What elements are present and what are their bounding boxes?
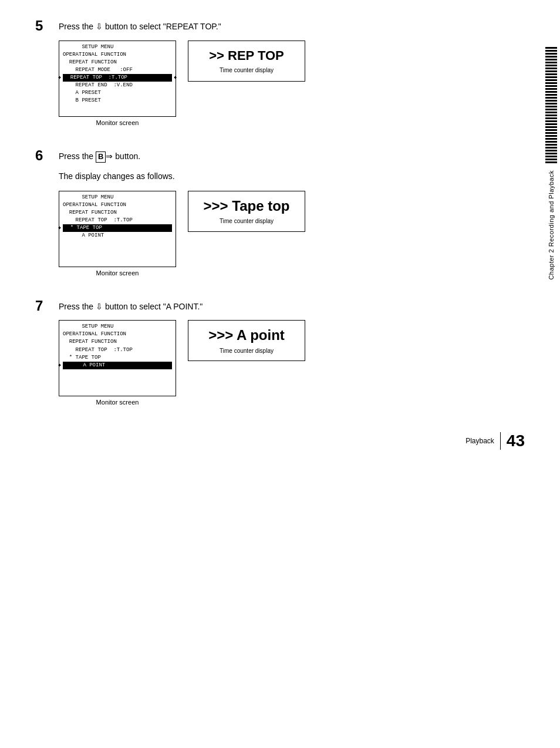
monitor-line: SETUP MENU bbox=[63, 43, 172, 51]
monitor-line: REPEAT FUNCTION bbox=[63, 209, 172, 217]
monitor-line: SETUP MENU bbox=[63, 194, 172, 201]
down-arrow-icon-7: ⇩ bbox=[96, 302, 103, 311]
step-6-instruction: Press the B⇒ button. bbox=[59, 147, 140, 163]
step-7-display: >>> A point Time counter display bbox=[188, 320, 305, 361]
step-6-monitor-wrapper: SETUP MENU OPERATIONAL FUNCTION REPEAT F… bbox=[59, 191, 176, 277]
step-6-display: >>> Tape top Time counter display bbox=[188, 191, 305, 232]
monitor-line: REPEAT FUNCTION bbox=[63, 338, 172, 346]
monitor-line: SETUP MENU bbox=[63, 323, 172, 331]
monitor-line: REPEAT MODE :OFF bbox=[63, 66, 172, 74]
step-6-diagram: SETUP MENU OPERATIONAL FUNCTION REPEAT F… bbox=[59, 191, 525, 277]
monitor-line: OPERATIONAL FUNCTION bbox=[63, 331, 172, 338]
step-5-display-main: >> REP TOP bbox=[209, 48, 284, 63]
step-7-header: 7 Press the ⇩ button to select "A POINT.… bbox=[35, 298, 525, 315]
step-7-monitor-wrapper: SETUP MENU OPERATIONAL FUNCTION REPEAT F… bbox=[59, 320, 176, 406]
step-6-monitor-caption: Monitor screen bbox=[59, 269, 176, 277]
step-6-section: 6 Press the B⇒ button. The display chang… bbox=[35, 147, 525, 277]
step-6-monitor: SETUP MENU OPERATIONAL FUNCTION REPEAT F… bbox=[59, 191, 176, 267]
monitor-line: REPEAT FUNCTION bbox=[63, 59, 172, 66]
step-5-diagram: SETUP MENU OPERATIONAL FUNCTION REPEAT F… bbox=[59, 41, 525, 126]
footer-page-number: 43 bbox=[507, 432, 525, 450]
step-6-number: 6 bbox=[35, 147, 52, 164]
page-content: 5 Press the ⇩ button to select "REPEAT T… bbox=[0, 0, 560, 462]
step-7-diagram: SETUP MENU OPERATIONAL FUNCTION REPEAT F… bbox=[59, 320, 525, 406]
step-6-header: 6 Press the B⇒ button. bbox=[35, 147, 525, 164]
step-6-display-main: >>> Tape top bbox=[204, 198, 290, 215]
step-5-display: >> REP TOP Time counter display bbox=[188, 41, 305, 82]
monitor-line-highlighted: A POINT bbox=[63, 362, 172, 369]
monitor-row-container: ◆ * TAPE TOP bbox=[63, 224, 172, 232]
footer-label: Playback bbox=[465, 437, 494, 445]
monitor-line: A PRESET bbox=[63, 89, 172, 97]
monitor-line-highlighted: * TAPE TOP bbox=[63, 224, 172, 232]
step-7-display-sub: Time counter display bbox=[220, 348, 274, 354]
step-5-instruction: Press the ⇩ button to select "REPEAT TOP… bbox=[59, 18, 221, 33]
sidebar-chapter-text: Chapter 2 Recording and Playback bbox=[548, 170, 555, 280]
right-arrow-icon: ◆ bbox=[174, 75, 177, 80]
step-6-display-sub: Time counter display bbox=[220, 218, 274, 224]
step-5-header: 5 Press the ⇩ button to select "REPEAT T… bbox=[35, 18, 525, 35]
monitor-line: OPERATIONAL FUNCTION bbox=[63, 201, 172, 209]
monitor-line: B PRESET bbox=[63, 97, 172, 105]
b-button-icon: B bbox=[96, 151, 106, 163]
step-7-number: 7 bbox=[35, 298, 52, 315]
down-arrow-icon-5: ⇩ bbox=[96, 22, 103, 31]
monitor-line-highlighted: REPEAT TOP :T.TOP bbox=[63, 74, 172, 82]
sidebar-stripes bbox=[545, 47, 557, 164]
step-7-monitor: SETUP MENU OPERATIONAL FUNCTION REPEAT F… bbox=[59, 320, 176, 396]
monitor-line: OPERATIONAL FUNCTION bbox=[63, 51, 172, 59]
step-7-section: 7 Press the ⇩ button to select "A POINT.… bbox=[35, 298, 525, 406]
left-arrow-icon: ◆ bbox=[58, 75, 61, 80]
monitor-line: REPEAT TOP :T.TOP bbox=[63, 217, 172, 224]
step-6-subtext: The display changes as follows. bbox=[59, 170, 525, 183]
step-5-number: 5 bbox=[35, 18, 52, 35]
step-5-display-sub: Time counter display bbox=[220, 67, 274, 73]
step-5-monitor: SETUP MENU OPERATIONAL FUNCTION REPEAT F… bbox=[59, 41, 176, 117]
monitor-line: * TAPE TOP bbox=[63, 354, 172, 362]
monitor-row-container: ◆ REPEAT TOP :T.TOP ◆ bbox=[63, 74, 172, 82]
step-5-section: 5 Press the ⇩ button to select "REPEAT T… bbox=[35, 18, 525, 126]
monitor-line: A POINT bbox=[63, 232, 172, 240]
step-5-monitor-wrapper: SETUP MENU OPERATIONAL FUNCTION REPEAT F… bbox=[59, 41, 176, 126]
footer-divider bbox=[500, 432, 501, 450]
left-arrow-icon: ◆ bbox=[58, 225, 61, 230]
step-7-monitor-caption: Monitor screen bbox=[59, 399, 176, 406]
page-footer: Playback 43 bbox=[465, 432, 525, 450]
step-5-monitor-caption: Monitor screen bbox=[59, 119, 176, 126]
monitor-line: REPEAT END :V.END bbox=[63, 82, 172, 89]
sidebar: Chapter 2 Recording and Playback bbox=[542, 0, 560, 748]
step-7-display-main: >>> A point bbox=[208, 327, 285, 344]
monitor-row-container: ◆ A POINT bbox=[63, 362, 172, 369]
left-arrow-icon: ◆ bbox=[58, 362, 61, 368]
step-7-instruction: Press the ⇩ button to select "A POINT." bbox=[59, 298, 203, 313]
monitor-line: REPEAT TOP :T.TOP bbox=[63, 346, 172, 354]
